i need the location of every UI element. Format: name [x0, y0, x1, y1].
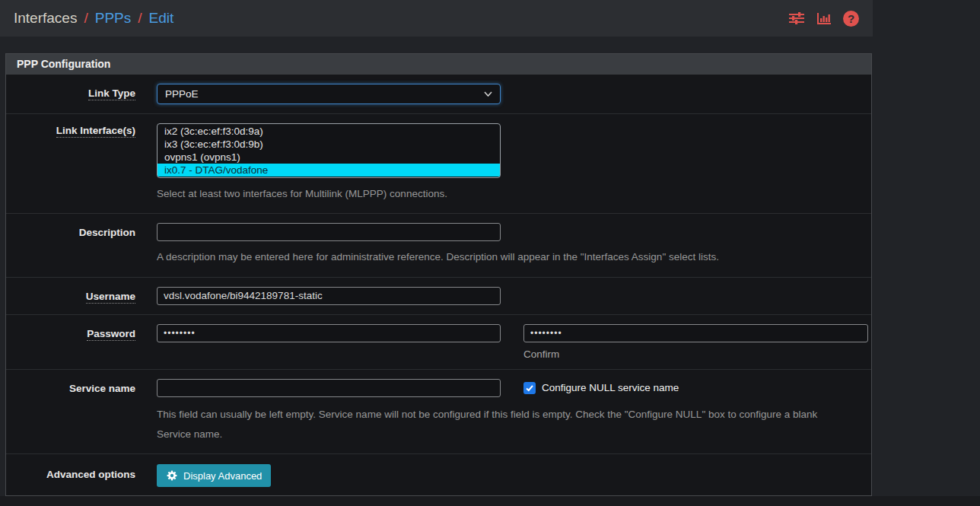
display-advanced-button-label: Display Advanced [183, 470, 262, 482]
form-row-username: Username [6, 277, 871, 314]
ppp-configuration-panel: PPP Configuration Link Type PPPoE Link I… [5, 53, 872, 496]
top-navbar: Interfaces / PPPs / Edit [0, 0, 873, 37]
link-interfaces-help: Select at least two interfaces for Multi… [157, 184, 845, 204]
form-row-advanced-options: Advanced options [6, 453, 871, 495]
bar-chart-icon[interactable] [816, 12, 832, 25]
link-interfaces-label: Link Interface(s) [6, 114, 151, 213]
form-row-link-type: Link Type PPPoE [6, 75, 871, 113]
service-name-input[interactable] [157, 379, 501, 397]
panel-title: PPP Configuration [6, 54, 871, 75]
breadcrumb-link-edit[interactable]: Edit [149, 10, 174, 27]
advanced-options-label: Advanced options [6, 454, 151, 495]
help-icon[interactable]: ? [843, 11, 859, 27]
breadcrumb: Interfaces / PPPs / Edit [14, 10, 173, 27]
link-type-selected-value: PPPoE [165, 88, 199, 100]
form-row-password: Password Confirm [6, 314, 871, 369]
display-advanced-button[interactable]: Display Advanced [157, 464, 271, 487]
configure-null-checkbox[interactable] [523, 382, 536, 394]
password-confirm-input[interactable] [523, 324, 868, 342]
service-name-help: This field can usually be left empty. Se… [157, 405, 845, 445]
form-row-service-name: Service name Configure NULL service name… [6, 369, 871, 454]
listbox-option-selected[interactable]: ix0.7 - DTAG/vodafone [158, 164, 500, 177]
username-label: Username [6, 278, 151, 314]
link-type-label: Link Type [6, 75, 151, 113]
footer-strip [0, 496, 980, 506]
password-label: Password [6, 315, 151, 369]
username-input[interactable] [157, 287, 501, 305]
listbox-option[interactable]: ix2 (3c:ec:ef:f3:0d:9a) [158, 125, 500, 138]
service-name-label: Service name [6, 370, 151, 454]
chevron-down-icon [484, 91, 492, 97]
password-confirm-label: Confirm [523, 348, 868, 360]
password-input[interactable] [157, 324, 501, 342]
gear-icon [166, 469, 178, 482]
listbox-option[interactable]: ovpns1 (ovpns1) [158, 151, 500, 164]
navbar-icons: ? [788, 11, 859, 27]
description-help: A description may be entered here for ad… [157, 247, 845, 267]
content-column: Interfaces / PPPs / Edit [0, 0, 873, 506]
sliders-icon[interactable] [788, 11, 805, 25]
breadcrumb-section: Interfaces [14, 10, 77, 27]
form-row-link-interfaces: Link Interface(s) ix2 (3c:ec:ef:f3:0d:9a… [6, 113, 871, 213]
form-row-description: Description A description may be entered… [6, 213, 871, 276]
breadcrumb-link-ppps[interactable]: PPPs [95, 10, 132, 27]
listbox-option[interactable]: ix3 (3c:ec:ef:f3:0d:9b) [158, 138, 500, 151]
description-label: Description [6, 214, 151, 276]
description-input[interactable] [157, 223, 501, 241]
configure-null-checkbox-label[interactable]: Configure NULL service name [542, 382, 679, 393]
breadcrumb-separator: / [138, 10, 142, 27]
link-interfaces-listbox[interactable]: ix2 (3c:ec:ef:f3:0d:9a) ix3 (3c:ec:ef:f3… [157, 123, 501, 178]
breadcrumb-separator: / [84, 10, 88, 27]
link-type-select[interactable]: PPPoE [157, 84, 501, 104]
